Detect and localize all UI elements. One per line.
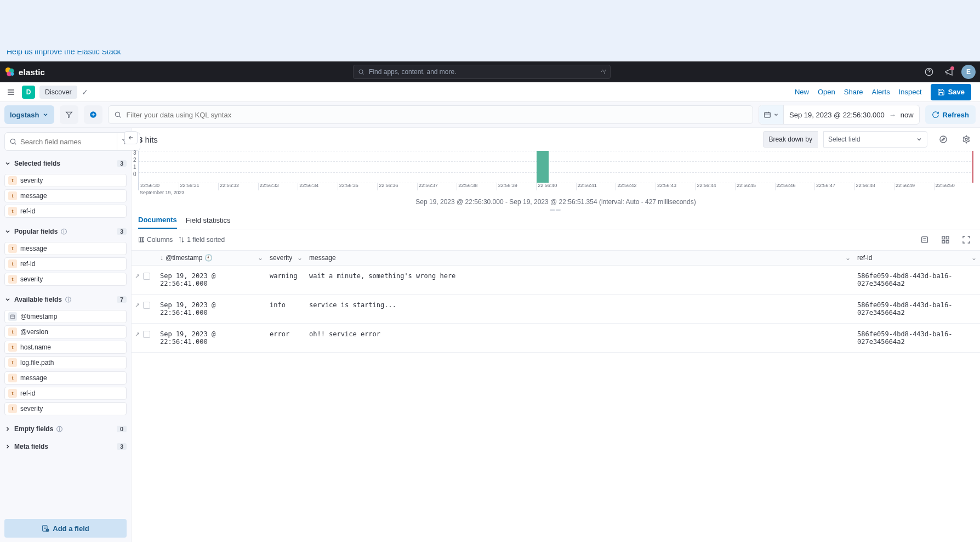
svg-rect-22 [10, 315, 15, 319]
table-row[interactable]: ↗ Sep 19, 2023 @ 22:56:41.000 error oh!!… [132, 324, 980, 353]
field-item[interactable]: tseverity [4, 174, 127, 187]
date-range-display[interactable]: Sep 19, 2023 @ 22:56:30.000 → now [784, 111, 919, 119]
fullscreen-icon [962, 235, 971, 244]
global-search[interactable]: Find apps, content, and more. ^/ [353, 65, 611, 79]
x-tick: 22:56:43 [656, 183, 696, 190]
section-available-fields[interactable]: Available fields ⓘ 7 [4, 291, 127, 308]
x-tick: 22:56:45 [735, 183, 775, 190]
field-item[interactable]: @timestamp [4, 310, 127, 323]
table-row[interactable]: ↗ Sep 19, 2023 @ 22:56:41.000 warning wa… [132, 266, 980, 295]
calendar-button[interactable] [759, 105, 784, 124]
section-meta-fields[interactable]: Meta fields 3 [4, 438, 127, 455]
sort-button[interactable]: 1 field sorted [178, 236, 225, 244]
field-name: @version [20, 328, 48, 336]
section-empty-fields[interactable]: Empty fields ⓘ 0 [4, 421, 127, 437]
col-timestamp[interactable]: ↓@timestamp 🕘⌄ [157, 251, 266, 266]
field-item[interactable]: tseverity [4, 402, 127, 415]
date-picker[interactable]: Sep 19, 2023 @ 22:56:30.000 → now [759, 105, 920, 125]
field-item[interactable]: t@version [4, 325, 127, 338]
row-checkbox[interactable] [143, 273, 150, 280]
field-item[interactable]: tlog.file.path [4, 356, 127, 369]
tab-field-statistics[interactable]: Field statistics [186, 211, 231, 229]
expand-row-icon[interactable]: ↗ [135, 302, 140, 308]
table-row[interactable]: ↗ Sep 19, 2023 @ 22:56:41.000 info servi… [132, 295, 980, 324]
field-item[interactable]: tseverity [4, 273, 127, 286]
svg-point-19 [10, 139, 15, 143]
help-icon[interactable] [922, 65, 936, 79]
nav-toggle-icon[interactable] [4, 88, 18, 97]
nav-alerts[interactable]: Alerts [871, 88, 890, 96]
field-item[interactable]: tmessage [4, 371, 127, 385]
save-icon [937, 88, 945, 96]
news-icon[interactable] [942, 65, 956, 79]
edit-viz-button[interactable] [936, 132, 950, 146]
breadcrumb[interactable]: Discover [39, 86, 77, 99]
x-tick: 22:56:48 [854, 183, 894, 190]
svg-rect-33 [141, 238, 143, 242]
field-item[interactable]: tmessage [4, 189, 127, 202]
col-message[interactable]: message⌄ [306, 251, 854, 266]
field-search[interactable] [4, 132, 117, 151]
expand-row-icon[interactable]: ↗ [135, 331, 140, 337]
check-icon[interactable]: ✓ [82, 88, 88, 97]
add-filter-button[interactable] [84, 105, 102, 124]
kql-bar[interactable] [108, 105, 753, 124]
text-type-icon: t [8, 328, 17, 336]
dataview-selector[interactable]: logstash [4, 105, 54, 124]
user-avatar[interactable]: E [961, 65, 976, 79]
field-item[interactable]: tref-id [4, 257, 127, 270]
chevron-down-icon[interactable]: ⌄ [845, 254, 851, 262]
funnel-icon [65, 111, 73, 118]
field-search-input[interactable] [20, 138, 112, 146]
refresh-button[interactable]: Refresh [925, 105, 976, 124]
field-item[interactable]: tref-id [4, 205, 127, 218]
nav-new[interactable]: New [795, 88, 809, 96]
add-field-button[interactable]: Add a field [4, 519, 127, 538]
row-checkbox[interactable] [143, 302, 150, 309]
section-popular-fields[interactable]: Popular fields ⓘ 3 [4, 223, 127, 240]
space-badge[interactable]: D [22, 86, 35, 99]
gear-icon [962, 135, 971, 144]
kql-input[interactable] [126, 111, 747, 119]
filter-funnel-button[interactable] [60, 105, 78, 124]
collapse-sidebar-button[interactable] [124, 131, 138, 144]
x-tick: 22:56:39 [497, 183, 537, 190]
cell-message: oh!! service error [306, 324, 854, 353]
save-button[interactable]: Save [931, 84, 971, 100]
col-ref-id[interactable]: ref-id⌄ [854, 251, 980, 266]
tab-documents[interactable]: Documents [138, 211, 177, 229]
field-item[interactable]: thost.name [4, 341, 127, 354]
field-name: severity [20, 275, 43, 283]
resize-handle[interactable]: ══ [132, 206, 980, 211]
chart-bar[interactable] [537, 151, 549, 183]
svg-rect-14 [765, 112, 771, 117]
fullscreen-button[interactable] [959, 233, 973, 247]
columns-button[interactable]: Columns [138, 236, 173, 244]
nav-inspect[interactable]: Inspect [899, 88, 922, 96]
sort-label: 1 field sorted [187, 236, 225, 244]
section-selected-fields[interactable]: Selected fields 3 [4, 155, 127, 172]
field-item[interactable]: tmessage [4, 242, 127, 255]
chevron-down-icon[interactable]: ⌄ [971, 254, 977, 262]
x-tick: 22:56:50 [934, 183, 974, 190]
nav-share[interactable]: Share [844, 88, 863, 96]
view-single-button[interactable] [918, 233, 932, 247]
cell-message: wait a minute, something's wrong here [306, 266, 854, 295]
section-count: 3 [117, 228, 127, 235]
view-grid-button[interactable] [938, 233, 953, 247]
chevron-down-icon[interactable]: ⌄ [258, 254, 263, 262]
chart-settings-button[interactable] [959, 132, 973, 146]
elastic-logo-group[interactable]: elastic [4, 66, 45, 77]
nav-open[interactable]: Open [818, 88, 835, 96]
field-name: message [20, 192, 47, 200]
improve-banner[interactable]: Help us improve the Elastic Stack [0, 50, 980, 61]
expand-row-icon[interactable]: ↗ [135, 273, 140, 279]
svg-rect-32 [139, 238, 141, 242]
chevron-down-icon[interactable]: ⌄ [297, 254, 303, 262]
histogram-chart[interactable]: 3210 22:56:3022:56:3122:56:3222:56:3322:… [138, 151, 973, 190]
breakdown-select[interactable]: Select field [823, 131, 927, 148]
col-severity[interactable]: severity⌄ [266, 251, 306, 266]
info-icon: ⓘ [65, 296, 71, 304]
row-checkbox[interactable] [143, 331, 150, 338]
field-item[interactable]: tref-id [4, 387, 127, 400]
